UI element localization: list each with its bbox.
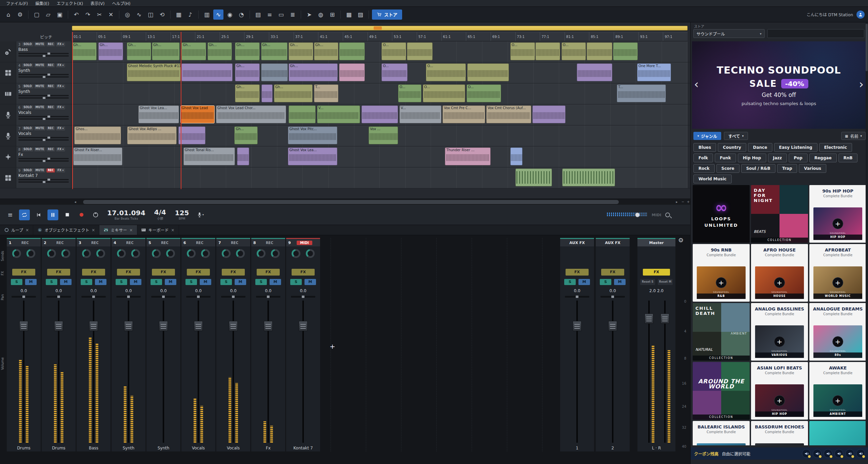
add-product-button[interactable]: +	[774, 336, 785, 347]
clip-v[interactable]: V...	[317, 105, 360, 123]
channel-fx-button[interactable]: FX	[47, 269, 70, 276]
product-card-afro-house[interactable]: AFRO HOUSEComplete BundleSOUNDPOOLHOUSE+	[751, 244, 808, 302]
track-pan-slider[interactable]	[18, 181, 69, 183]
clip-gh[interactable]: Gh...	[289, 42, 313, 60]
pad-controller-icon[interactable]: ⊞	[327, 9, 337, 20]
fx-button[interactable]: FX ▾	[56, 42, 65, 46]
solo-button[interactable]: SOLO	[22, 84, 33, 88]
pan-slider[interactable]	[12, 296, 36, 298]
product-card-analogue-dreams[interactable]: ANALOGUE DREAMSComplete BundleSOUNDPOOL8…	[809, 303, 866, 361]
reset-solo-button[interactable]: Reset S	[640, 279, 655, 285]
slider-handle[interactable]	[47, 95, 50, 97]
tab-close-icon[interactable]: ×	[92, 228, 95, 233]
product-card-90s-rnb[interactable]: 90s RNBComplete BundleSOUNDPOOLR&B+	[693, 244, 750, 302]
clip[interactable]	[532, 105, 566, 123]
midi-badge[interactable]: MIDI	[297, 241, 312, 245]
scroll-right-arrow[interactable]: ▸	[674, 200, 679, 204]
track-lane-8[interactable]: Ghost Fx Riser...Ghost Tonal Ris...Ghost…	[72, 146, 688, 167]
fx-button[interactable]: FX ▾	[56, 147, 65, 152]
track-volume-slider[interactable]	[18, 158, 69, 159]
track-volume-slider[interactable]	[18, 74, 69, 75]
solo-button[interactable]: SOLO	[22, 42, 33, 46]
master-volume-slider[interactable]	[607, 212, 648, 218]
mute-button[interactable]: MUTE	[34, 63, 45, 67]
pan-slider[interactable]	[600, 296, 625, 298]
product-card-day[interactable]: DAYFORNIGHTBEATSCOLLECTION	[751, 185, 808, 243]
track-volume-slider[interactable]	[18, 53, 69, 54]
send-knob-1[interactable]	[47, 249, 56, 258]
pan-slider[interactable]	[46, 296, 71, 298]
add-product-button[interactable]: +	[774, 395, 785, 406]
mute-button[interactable]: MUTE	[34, 126, 45, 130]
clip[interactable]	[407, 42, 433, 60]
pan-slider[interactable]	[291, 296, 315, 298]
pan-handle[interactable]	[197, 296, 200, 298]
menu-item-1[interactable]: 編集(E)	[32, 0, 53, 6]
tab-2[interactable]: fxオブジェクトエフェクト×	[33, 225, 99, 235]
clip-ghost-melodic-synth-pluck-110p-116-8[interactable]: Ghost Melodic Synth Pluck #110P 116.8	[127, 63, 181, 81]
store-button[interactable]: ストア	[372, 9, 402, 20]
clip-ghost-vox-lea[interactable]: Ghost Vox Lea...	[138, 105, 179, 123]
clip-vox[interactable]: Vox ...	[369, 126, 398, 144]
track-header-4[interactable]: 4SOLOMUTERECFX ▾Synth	[0, 62, 71, 83]
add-product-button[interactable]: +	[716, 277, 727, 288]
track-volume-slider[interactable]	[18, 137, 69, 138]
solo-button[interactable]: S	[81, 279, 92, 285]
preview-audio-icon-6[interactable]	[856, 449, 865, 458]
mute-button[interactable]: MUTE	[34, 147, 45, 152]
clip[interactable]	[510, 147, 522, 165]
midi-editor-icon[interactable]: ▩	[344, 9, 354, 20]
solo-button[interactable]: S	[255, 279, 267, 285]
slider-handle[interactable]	[47, 137, 50, 139]
search-zoom-icon[interactable]	[665, 213, 670, 217]
scroll-left-arrow[interactable]: ◂	[73, 200, 78, 204]
clip-gh[interactable]: Gh...	[261, 42, 288, 60]
clip-gh[interactable]: Gh...	[235, 63, 260, 81]
track-list-icon[interactable]: ≣	[288, 9, 298, 20]
send-knob-2[interactable]	[236, 249, 245, 258]
clip-gh[interactable]: Gh...	[235, 42, 260, 60]
promo-banner[interactable]: ‹ TECHNO SOUNDPOOL SALE -40% Get 40% off…	[692, 41, 866, 129]
pan-slider[interactable]	[565, 296, 589, 298]
mute-button[interactable]: M	[304, 279, 316, 285]
time-display[interactable]: 17.01.094 Bar Beats Ticks	[107, 209, 145, 220]
category-dropdown[interactable]: サウンドプール ▾	[693, 29, 765, 38]
draw-mode-icon[interactable]: ∿	[134, 9, 144, 20]
fader-handle[interactable]	[573, 321, 581, 331]
solo-button[interactable]: SOLO	[22, 126, 33, 130]
solo-button[interactable]: SOLO	[22, 147, 33, 152]
channel-fx-button[interactable]: FX	[82, 269, 105, 276]
pan-slider[interactable]	[81, 296, 106, 298]
mute-button[interactable]: M	[60, 279, 72, 285]
genre-button-various[interactable]: Various	[799, 164, 826, 173]
clip[interactable]	[515, 168, 552, 186]
user-avatar[interactable]	[856, 11, 865, 19]
pan-handle[interactable]	[576, 296, 578, 298]
record-button[interactable]	[76, 209, 87, 220]
signature-display[interactable]: 4/4 小節	[154, 209, 166, 221]
genre-button-folk[interactable]: Folk	[693, 154, 713, 162]
clip-thunder-riser[interactable]: Thunder Riser ...	[445, 147, 490, 165]
pan-slider[interactable]	[256, 296, 280, 298]
track-pan-slider[interactable]	[18, 55, 69, 57]
clip-ghost-vox-adlips[interactable]: Ghost Vox Adlips ...	[127, 126, 176, 144]
clip-gh[interactable]: Gh...	[314, 42, 339, 60]
clip-o[interactable]: O...	[561, 42, 586, 60]
send-knob-2[interactable]	[271, 249, 280, 258]
send-knob-2[interactable]	[131, 249, 140, 258]
genre-button-reggae[interactable]: Reggae	[809, 154, 837, 162]
metronome-icon[interactable]: ♪	[185, 9, 195, 20]
slider-handle[interactable]	[43, 76, 45, 78]
clip[interactable]	[178, 126, 205, 144]
clip-v[interactable]: V...	[399, 105, 441, 123]
clip[interactable]	[577, 63, 612, 81]
track-header-9[interactable]: 9SOLOMUTERECFX ▾Kontakt 7	[0, 167, 71, 188]
clip-t[interactable]: T...	[314, 84, 339, 102]
product-card-awake[interactable]: AWAKEComplete BundleSOUNDPOOLAMBIENT+	[809, 362, 866, 420]
mute-button[interactable]: MUTE	[34, 105, 45, 109]
mixer-window-icon[interactable]: ≡	[264, 9, 275, 20]
solo-button[interactable]: S	[11, 279, 22, 285]
fader-handle[interactable]	[89, 321, 98, 331]
clip[interactable]	[535, 42, 560, 60]
solo-button[interactable]: S	[185, 279, 197, 285]
